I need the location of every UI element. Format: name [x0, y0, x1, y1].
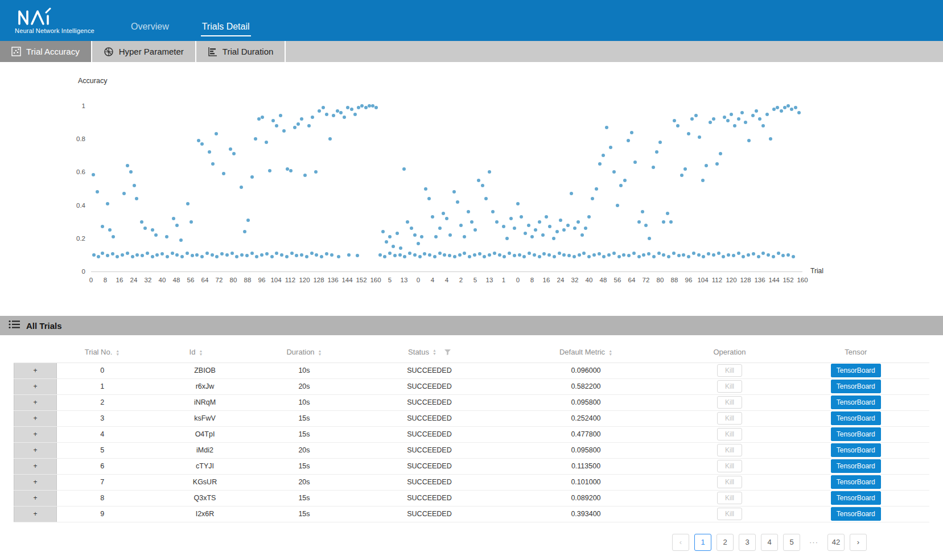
table-row: +8Q3xTS15sSUCCEEDED0.089200KillTensorBoa… — [14, 490, 930, 506]
scatter-plot-area[interactable]: Trial 00.20.40.60.8108162432404856647280… — [91, 106, 802, 272]
pagination-next[interactable]: › — [850, 534, 867, 551]
scatter-point — [538, 255, 541, 258]
scatter-point — [215, 132, 218, 135]
kill-button[interactable]: Kill — [717, 428, 742, 440]
row-expander[interactable]: + — [14, 410, 57, 426]
sort-icon[interactable]: ▲▼ — [318, 349, 322, 356]
col-id[interactable]: Id▲▼ — [148, 342, 245, 363]
scatter-point — [672, 252, 676, 255]
cell-operation: Kill — [677, 474, 783, 490]
scatter-point — [652, 255, 656, 258]
row-expander[interactable]: + — [14, 442, 57, 458]
sort-icon[interactable]: ▲▼ — [116, 349, 120, 356]
tensorboard-button[interactable]: TensorBoard — [831, 475, 881, 489]
section-title: All Trials — [26, 321, 62, 331]
scatter-point — [246, 219, 250, 222]
tensorboard-button[interactable]: TensorBoard — [831, 380, 881, 393]
tensorboard-button[interactable]: TensorBoard — [831, 364, 881, 377]
tab-hyper-parameter[interactable]: Hyper Parameter — [92, 41, 196, 62]
scatter-point — [240, 186, 243, 189]
pagination-page-2[interactable]: 2 — [716, 534, 734, 551]
x-axis-tick-label: 4 — [445, 277, 448, 283]
kill-button[interactable]: Kill — [717, 444, 742, 456]
navbar: Neural Network Intelligence Overview Tri… — [0, 0, 943, 41]
kill-button[interactable]: Kill — [717, 396, 742, 409]
scatter-icon — [11, 47, 21, 56]
row-expander[interactable]: + — [14, 490, 57, 506]
col-default-metric[interactable]: Default Metric▲▼ — [495, 342, 677, 363]
scatter-point — [622, 253, 625, 257]
scatter-point — [747, 139, 751, 142]
filter-icon[interactable] — [444, 348, 451, 357]
scatter-point — [126, 164, 129, 167]
col-duration[interactable]: Duration▲▼ — [245, 342, 364, 363]
kill-button[interactable]: Kill — [717, 380, 742, 393]
y-axis-tick-label: 0.4 — [76, 202, 85, 209]
row-expander[interactable]: + — [14, 426, 57, 442]
tensorboard-button[interactable]: TensorBoard — [831, 507, 881, 521]
pagination-page-5[interactable]: 5 — [783, 534, 800, 551]
tensorboard-button[interactable]: TensorBoard — [831, 491, 881, 505]
kill-button[interactable]: Kill — [717, 412, 742, 425]
sort-icon[interactable]: ▲▼ — [199, 349, 203, 356]
pagination-page-42[interactable]: 42 — [827, 534, 845, 551]
scatter-point — [307, 124, 311, 127]
cell-tensor: TensorBoard — [783, 458, 930, 474]
row-expander[interactable]: + — [14, 363, 57, 378]
tab-trial-accuracy[interactable]: Trial Accuracy — [0, 41, 92, 62]
x-axis-tick-label: 32 — [145, 277, 152, 283]
scatter-point — [265, 141, 268, 144]
scatter-point — [121, 253, 124, 257]
nav-item-trials-detail[interactable]: Trials Detail — [201, 18, 251, 36]
scatter-point — [769, 137, 772, 141]
cell-duration: 20s — [245, 442, 364, 458]
cell-default-metric: 0.096000 — [495, 363, 677, 378]
kill-button[interactable]: Kill — [717, 492, 742, 504]
scatter-point — [92, 173, 95, 176]
pagination-page-4[interactable]: 4 — [761, 534, 778, 551]
kill-button[interactable]: Kill — [717, 364, 742, 377]
col-status[interactable]: Status▲▼ — [364, 342, 495, 363]
scatter-point — [235, 255, 238, 258]
cell-status: SUCCEEDED — [364, 474, 495, 490]
x-axis-tick-label: 13 — [486, 277, 493, 283]
tensorboard-button[interactable]: TensorBoard — [831, 443, 881, 457]
tensorboard-button[interactable]: TensorBoard — [831, 411, 881, 425]
pagination-page-1[interactable]: 1 — [694, 534, 711, 551]
nni-logo-icon — [15, 7, 114, 26]
tab-trial-duration[interactable]: Trial Duration — [196, 41, 286, 62]
scatter-point — [722, 255, 725, 258]
scatter-point — [423, 252, 426, 256]
scatter-point — [438, 227, 442, 230]
scatter-point — [282, 129, 286, 133]
scatter-point — [220, 252, 224, 256]
row-expander[interactable]: + — [14, 378, 57, 394]
row-expander[interactable]: + — [14, 474, 57, 490]
scatter-point — [602, 154, 605, 157]
nav-item-overview[interactable]: Overview — [130, 18, 170, 36]
scatter-point — [271, 119, 275, 122]
pagination-prev[interactable]: ‹ — [672, 534, 689, 551]
col-trial-no[interactable]: Trial No.▲▼ — [57, 342, 148, 363]
cell-default-metric: 0.477800 — [495, 426, 677, 442]
pagination-page-3[interactable]: 3 — [739, 534, 756, 551]
tensorboard-button[interactable]: TensorBoard — [831, 459, 881, 473]
x-axis-tick-label: 144 — [341, 277, 352, 283]
row-expander[interactable]: + — [14, 506, 57, 522]
sort-icon[interactable]: ▲▼ — [433, 349, 437, 356]
tensorboard-button[interactable]: TensorBoard — [831, 427, 881, 441]
scatter-point — [657, 252, 661, 255]
kill-button[interactable]: Kill — [717, 476, 742, 488]
row-expander[interactable]: + — [14, 394, 57, 410]
cell-operation: Kill — [677, 363, 783, 378]
scatter-point — [165, 235, 168, 238]
kill-button[interactable]: Kill — [717, 460, 742, 472]
scatter-point — [101, 225, 104, 228]
scatter-point — [290, 252, 294, 255]
row-expander[interactable]: + — [14, 458, 57, 474]
scatter-point — [208, 150, 211, 154]
kill-button[interactable]: Kill — [717, 508, 742, 520]
scatter-point — [200, 255, 204, 258]
sort-icon[interactable]: ▲▼ — [608, 349, 612, 356]
tensorboard-button[interactable]: TensorBoard — [831, 396, 881, 409]
